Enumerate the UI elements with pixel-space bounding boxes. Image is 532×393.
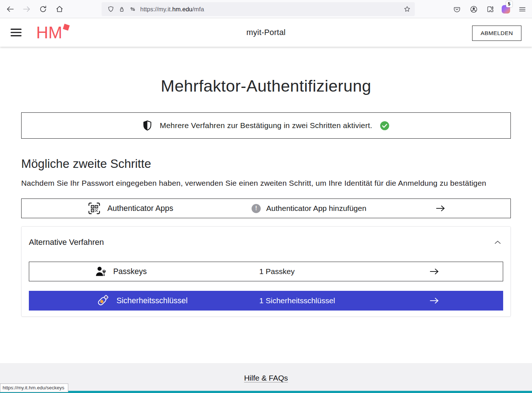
status-banner-text: Mehrere Verfahren zur Bestätigung in zwe… — [160, 121, 372, 130]
success-check-icon — [380, 121, 390, 131]
forward-icon — [22, 5, 31, 14]
authenticator-action-text: Authenticator App hinzufügen — [266, 204, 366, 213]
url-prefix: https://my.it. — [140, 6, 172, 12]
address-bar[interactable]: https://my.it.hm.edu/mfa — [102, 2, 415, 16]
logout-button[interactable]: ABMELDEN — [472, 26, 521, 41]
security-key-arrow[interactable] — [429, 297, 439, 304]
link-preview-statusbar: https://my.it.hm.edu/seckeys — [0, 384, 68, 392]
site-header: HM myit-Portal ABMELDEN — [0, 18, 532, 47]
second-steps-heading: Mögliche zweite Schritte — [21, 157, 511, 171]
second-steps-description: Nachdem Sie Ihr Passwort eingegeben habe… — [21, 177, 511, 190]
pocket-button[interactable] — [451, 3, 463, 15]
nav-menu-icon — [11, 28, 22, 36]
footer-accent-strip — [0, 391, 532, 393]
url-text: https://my.it.hm.edu/mfa — [140, 6, 204, 13]
reload-icon — [39, 5, 47, 14]
reload-button[interactable] — [37, 3, 49, 15]
page-footer: Hilfe & FAQs — [0, 363, 532, 393]
bookmark-star-icon — [403, 5, 411, 13]
url-path: /mfa — [192, 6, 204, 12]
account-button[interactable] — [467, 3, 480, 15]
alternative-methods-header[interactable]: Alternative Verfahren — [29, 238, 503, 247]
arrow-forward-icon — [429, 297, 439, 304]
hm-logo-text: HM — [36, 23, 62, 42]
info-icon — [252, 204, 261, 213]
mfa-heading: Mehrfaktor-Authentifizierung — [21, 77, 511, 96]
security-key-left: Sicherheitsschlüssel — [95, 293, 259, 308]
tracking-shield-icon[interactable] — [105, 4, 116, 15]
url-domain: hm.edu — [172, 6, 192, 12]
arrow-forward-icon — [436, 205, 445, 212]
authenticator-status: Authenticator App hinzufügen — [252, 204, 436, 213]
passkeys-count: 1 Passkey — [259, 267, 429, 276]
help-faq-link[interactable]: Hilfe & FAQs — [244, 374, 288, 393]
nav-menu-button[interactable] — [11, 28, 22, 36]
main-content: Mehrfaktor-Authentifizierung Mehrere Ver… — [0, 47, 532, 317]
hm-logo-square — [63, 24, 70, 31]
account-icon — [470, 5, 478, 14]
permissions-icon[interactable] — [127, 4, 138, 15]
pocket-icon — [453, 5, 461, 14]
passkeys-arrow[interactable] — [429, 268, 439, 275]
bookmark-star-button[interactable] — [403, 5, 411, 13]
arrow-forward-icon — [429, 268, 439, 275]
passkeys-row[interactable]: Passkeys 1 Passkey — [29, 262, 503, 281]
browser-toolbar: https://my.it.hm.edu/mfa 5 — [0, 0, 532, 18]
extensions-icon — [486, 5, 494, 13]
back-icon — [6, 5, 15, 14]
passkeys-label: Passkeys — [113, 267, 147, 276]
menu-icon — [518, 5, 527, 14]
lock-icon[interactable] — [116, 4, 127, 15]
chevron-up-icon[interactable] — [494, 240, 501, 244]
security-shield-icon — [142, 120, 152, 131]
browser-menu-button[interactable] — [516, 3, 528, 15]
passkey-icon — [95, 266, 107, 277]
home-icon — [55, 5, 64, 14]
alternative-methods-panel: Alternative Verfahren Passkeys 1 — [21, 226, 511, 317]
forward-button[interactable] — [20, 3, 33, 15]
home-button[interactable] — [53, 3, 66, 15]
security-key-row[interactable]: Sicherheitsschlüssel 1 Sicherheitsschlüs… — [29, 291, 503, 311]
hm-logo[interactable]: HM — [36, 24, 62, 41]
authenticator-left: Authenticator Apps — [87, 201, 252, 215]
back-button[interactable] — [4, 3, 16, 15]
authenticator-arrow[interactable] — [436, 205, 445, 212]
extension-badge: 5 — [506, 1, 512, 7]
authenticator-label: Authenticator Apps — [107, 204, 173, 213]
security-key-count: 1 Sicherheitsschlüssel — [259, 296, 429, 305]
passkeys-left: Passkeys — [95, 266, 259, 277]
security-key-label: Sicherheitsschlüssel — [116, 296, 188, 305]
qr-scan-icon — [87, 201, 101, 215]
status-banner: Mehrere Verfahren zur Bestätigung in zwe… — [21, 112, 511, 139]
authenticator-apps-row[interactable]: Authenticator Apps Authenticator App hin… — [21, 199, 511, 218]
page-title: myit-Portal — [246, 28, 286, 37]
extensions-button[interactable] — [484, 3, 496, 15]
alternative-heading: Alternative Verfahren — [29, 238, 104, 247]
security-key-icon — [95, 293, 110, 308]
